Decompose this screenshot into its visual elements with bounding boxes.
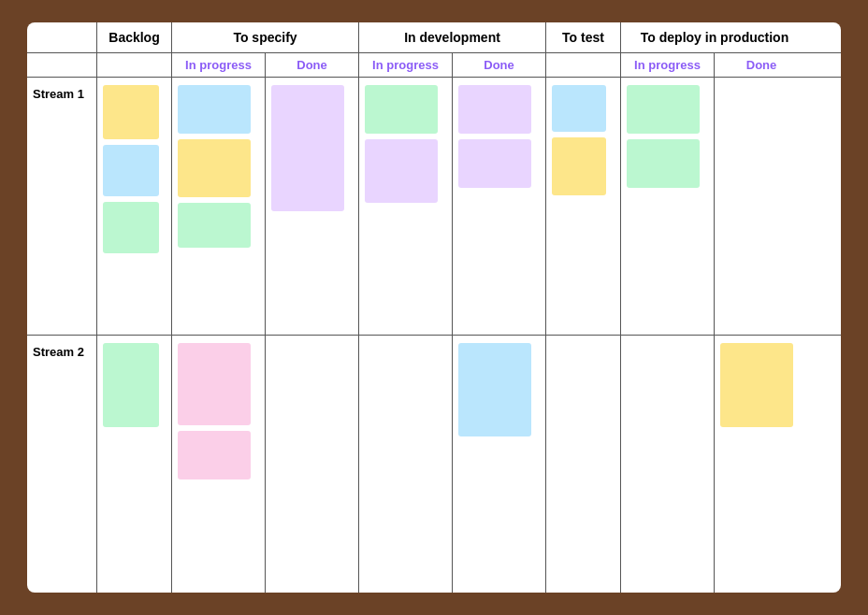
sub-spacer — [27, 53, 97, 77]
stream1-deploy-done — [715, 78, 808, 335]
sticky-note[interactable] — [178, 85, 251, 134]
stream2-dev-ip — [359, 336, 453, 593]
sticky-note[interactable] — [627, 139, 700, 188]
sticky-note[interactable] — [720, 343, 793, 427]
sticky-note[interactable] — [178, 203, 251, 248]
sub-specify-ip: In progress — [172, 53, 266, 77]
sub-specify-done: Done — [266, 53, 359, 77]
sticky-note[interactable] — [365, 85, 438, 134]
sub-headers: In progress Done In progress Done In pro… — [27, 53, 841, 78]
sub-deploy-done: Done — [715, 53, 808, 77]
sticky-note[interactable] — [103, 85, 159, 139]
stream-1-label: Stream 1 — [27, 78, 97, 335]
col-header-test: To test — [546, 22, 621, 52]
sub-deploy-ip: In progress — [621, 53, 715, 77]
stream-1-row: Stream 1 — [27, 78, 841, 336]
stream2-specify-done — [266, 336, 359, 593]
stream2-backlog — [97, 336, 172, 593]
stream-2-row: Stream 2 — [27, 336, 841, 593]
kanban-board: Backlog To specify In development To tes… — [27, 22, 841, 593]
sticky-note[interactable] — [103, 202, 159, 253]
sub-dev-done: Done — [453, 53, 546, 77]
stream1-test — [546, 78, 621, 335]
sticky-note[interactable] — [365, 139, 438, 203]
sticky-note[interactable] — [552, 137, 606, 195]
stream1-backlog — [97, 78, 172, 335]
stream1-specify-done — [266, 78, 359, 335]
sticky-note[interactable] — [271, 85, 344, 211]
sub-dev-ip: In progress — [359, 53, 453, 77]
stream1-deploy-ip — [621, 78, 715, 335]
sub-backlog — [97, 53, 172, 77]
sticky-note[interactable] — [627, 85, 700, 134]
col-header-deploy: To deploy in production — [621, 22, 808, 52]
sticky-note[interactable] — [178, 431, 251, 479]
sticky-note[interactable] — [458, 343, 531, 436]
col-header-backlog: Backlog — [97, 22, 172, 52]
sticky-note[interactable] — [552, 85, 606, 132]
stream1-dev-ip — [359, 78, 453, 335]
stream2-test — [546, 336, 621, 593]
col-header-specify: To specify — [172, 22, 359, 52]
stream2-specify-ip — [172, 336, 266, 593]
content-area: Stream 1 — [27, 78, 841, 593]
stream2-dev-done — [453, 336, 546, 593]
sticky-note[interactable] — [458, 85, 531, 134]
sticky-note[interactable] — [178, 139, 251, 197]
row-label-spacer — [27, 22, 97, 52]
sticky-note[interactable] — [103, 343, 159, 427]
sub-test — [546, 53, 621, 77]
col-header-dev: In development — [359, 22, 546, 52]
sticky-note[interactable] — [103, 145, 159, 196]
stream2-deploy-done — [715, 336, 808, 593]
sticky-note[interactable] — [178, 343, 251, 425]
stream1-dev-done — [453, 78, 546, 335]
stream2-deploy-ip — [621, 336, 715, 593]
column-headers: Backlog To specify In development To tes… — [27, 22, 841, 53]
sticky-note[interactable] — [458, 139, 531, 188]
stream-2-label: Stream 2 — [27, 336, 97, 593]
stream1-specify-ip — [172, 78, 266, 335]
